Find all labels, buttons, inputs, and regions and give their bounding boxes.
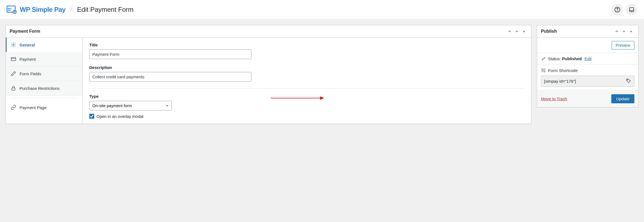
card-icon [11, 56, 16, 62]
tag-icon [626, 78, 631, 84]
tab-separator [11, 98, 77, 98]
shortcode-label: Form Shortcode [548, 68, 578, 73]
page-title: Edit Payment Form [77, 6, 134, 13]
tab-content-general: Title Description Type On-site payment f… [83, 38, 531, 124]
update-button[interactable]: Update [611, 94, 634, 103]
edit-status-link[interactable]: Edit [585, 56, 592, 61]
lock-icon [11, 85, 16, 91]
postbox-header: Payment Form [6, 25, 531, 38]
move-up-button[interactable] [614, 28, 620, 35]
shortcode-icon [541, 68, 546, 73]
shortcode-box: [simpay id="176"] [541, 76, 634, 87]
svg-point-6 [617, 11, 617, 11]
handle-actions [506, 28, 527, 35]
chevron-down-icon [515, 29, 519, 34]
chevron-down-icon [622, 29, 626, 34]
title-label: Title [89, 43, 524, 47]
move-to-trash-link[interactable]: Move to Trash [541, 96, 567, 101]
svg-rect-1 [8, 8, 11, 9]
admin-header: WP Simple Pay / Edit Payment Form [0, 0, 644, 20]
wp-simple-pay-logo-icon [7, 5, 17, 14]
tab-payment[interactable]: Payment [6, 52, 82, 66]
link-icon [11, 105, 16, 110]
inbox-icon [629, 7, 634, 12]
tab-purchase-restrictions[interactable]: Purchase Restrictions [6, 81, 82, 96]
description-label: Description [89, 65, 524, 70]
triangle-up-icon [629, 29, 633, 33]
help-button[interactable] [612, 4, 623, 15]
gear-icon [11, 42, 16, 48]
overlay-label: Open in an overlay modal [96, 114, 143, 119]
tab-general[interactable]: General [6, 38, 82, 52]
chevron-up-icon [507, 29, 512, 34]
help-icon [614, 7, 620, 13]
preview-button[interactable]: Preview [612, 41, 634, 49]
type-label: Type [89, 94, 524, 99]
tab-label: Payment Page [20, 105, 46, 110]
title-input[interactable] [89, 49, 251, 59]
shortcode-section: Form Shortcode [simpay id="176"] [537, 65, 638, 90]
overlay-checkbox[interactable] [89, 114, 94, 119]
payment-form-postbox: Payment Form General Payment [5, 25, 531, 124]
status-text: Status: Published [548, 56, 582, 61]
chevron-up-icon [615, 29, 619, 34]
publish-postbox: Publish Preview Status: Published Edit [537, 25, 639, 107]
triangle-up-icon [522, 29, 526, 33]
toggle-panel-button[interactable] [628, 28, 634, 35]
tab-label: Purchase Restrictions [20, 86, 60, 91]
svg-point-8 [13, 44, 14, 46]
breadcrumb-separator: / [70, 6, 72, 13]
settings-tabs: General Payment Form Fields Purchase Res… [6, 38, 83, 124]
svg-point-13 [627, 80, 628, 80]
field-divider [89, 88, 524, 88]
tab-form-fields[interactable]: Form Fields [6, 66, 82, 81]
type-select[interactable]: On-site payment form [89, 101, 172, 110]
logo-area: WP Simple Pay [7, 5, 65, 14]
tab-label: General [20, 43, 35, 47]
svg-rect-2 [8, 10, 10, 11]
shortcode-value: [simpay id="176"] [544, 79, 624, 84]
tab-label: Payment [20, 57, 36, 62]
toggle-panel-button[interactable] [521, 28, 527, 35]
tab-label: Form Fields [20, 71, 41, 76]
edit-icon [11, 71, 16, 76]
description-input[interactable] [89, 72, 251, 82]
header-actions [612, 4, 637, 15]
logo-text: WP Simple Pay [20, 6, 65, 13]
inbox-button[interactable] [626, 4, 637, 15]
svg-rect-11 [12, 88, 15, 90]
publish-header: Publish [537, 25, 638, 38]
svg-rect-9 [11, 57, 16, 61]
move-down-button[interactable] [513, 28, 520, 35]
tab-payment-page[interactable]: Payment Page [6, 100, 82, 115]
key-icon [541, 57, 545, 61]
postbox-title: Payment Form [10, 29, 506, 34]
move-up-button[interactable] [506, 28, 513, 35]
copy-shortcode-button[interactable] [626, 78, 631, 84]
move-down-button[interactable] [621, 28, 627, 35]
publish-title: Publish [541, 29, 614, 34]
